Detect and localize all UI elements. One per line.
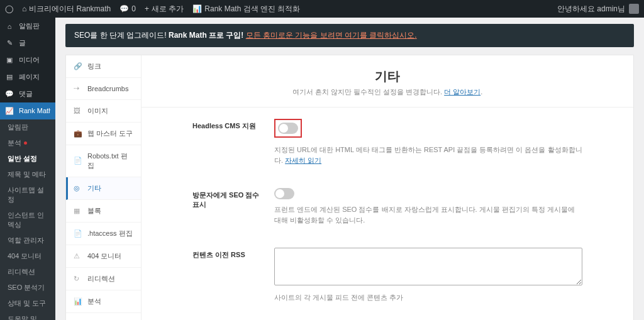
chart-icon: 📈	[5, 107, 14, 116]
site-link[interactable]: ⌂비크리에이터 Rankmath	[22, 4, 111, 14]
submenu-label: 분석	[8, 138, 21, 148]
tab-links[interactable]: 🔗링크	[66, 55, 141, 78]
topbar-right: 안녕하세요 admin님	[557, 4, 639, 14]
rankmath-topbar[interactable]: 📊Rank Math 검색 엔진 최적화	[192, 4, 300, 14]
sidebar-item-label: 알림판	[19, 21, 40, 31]
tab-analytics[interactable]: 📊분석	[66, 290, 141, 313]
sidebar-item-dashboard[interactable]: ⌂알림판	[0, 18, 55, 35]
tab-label: 블록	[87, 206, 101, 216]
sidebar-item-label: 댓글	[19, 89, 33, 99]
layout: ⌂알림판 ✎글 ▣미디어 ▤페이지 💬댓글 📈Rank Math 검색 엔진 최…	[0, 18, 644, 320]
other-icon: ◎	[74, 184, 82, 193]
field-label: 컨텐츠 이전 RSS	[192, 248, 262, 303]
notice-link[interactable]: 모든 흥미로운 기능을 보려면 여기를 클릭하십시오.	[246, 31, 417, 40]
warning-icon: ⚠	[74, 252, 82, 261]
block-icon: ▦	[74, 207, 82, 216]
sidebar-item-label: 글	[19, 38, 26, 48]
tab-label: 분석	[87, 297, 101, 306]
settings-header: 기타 여기서 흔치 않지만 필수적인 설정을 변경합니다. 더 알아보기.	[142, 55, 633, 108]
tab-redirections[interactable]: ↻리디렉션	[66, 268, 141, 290]
toggle-highlight	[274, 119, 302, 138]
tab-404[interactable]: ⚠404 모니터	[66, 245, 141, 268]
wp-logo[interactable]: ◯	[5, 4, 13, 13]
tab-label: 링크	[87, 62, 101, 71]
field-content: 사이트의 각 게시물 피드 전에 콘텐츠 추가	[274, 248, 582, 303]
sidebar-item-media[interactable]: ▣미디어	[0, 52, 55, 69]
tab-label: 404 모니터	[87, 251, 121, 261]
headless-cms-toggle[interactable]	[278, 123, 298, 134]
tab-htaccess[interactable]: 📄.htaccess 편집	[66, 223, 141, 245]
tab-webmaster[interactable]: 💼웹 마스터 도구	[66, 123, 141, 145]
tab-breadcrumbs[interactable]: ⇢Breadcrumbs	[66, 78, 141, 100]
settings-tabs: 🔗링크 ⇢Breadcrumbs 🖼이미지 💼웹 마스터 도구 📄Robots.…	[66, 55, 142, 320]
avatar-icon[interactable]	[629, 4, 639, 14]
rankmath-submenu: 알림판 분석 일반 설정 제목 및 메타 사이트맵 설정 인스턴트 인덱싱 역할…	[0, 119, 55, 320]
submenu-404-monitor[interactable]: 404 모니터	[0, 248, 55, 264]
content-area: SEO를 한 단계 업그레이드! Rank Math 프로 구입! 모든 흥미로…	[55, 18, 644, 320]
plus-icon: +	[145, 4, 149, 13]
comments-count: 0	[131, 4, 136, 13]
submenu-dashboard[interactable]: 알림판	[0, 119, 55, 135]
site-name: 비크리에이터 Rankmath	[29, 4, 111, 14]
new-content[interactable]: +새로 추가	[145, 4, 184, 14]
comment-icon: 💬	[5, 90, 14, 99]
sidebar-item-label: Rank Math 검색 엔진 최적화	[19, 106, 50, 116]
home-icon: ⌂	[22, 4, 26, 13]
submenu-seo-analyzer[interactable]: SEO 분석기	[0, 280, 55, 295]
tab-label: Breadcrumbs	[87, 85, 128, 92]
submenu-role-manager[interactable]: 역할 관리자	[0, 233, 55, 248]
field-rss-before: 컨텐츠 이전 RSS 사이트의 각 게시물 피드 전에 콘텐츠 추가	[192, 236, 582, 314]
learn-more-link[interactable]: 더 알아보기	[444, 88, 480, 96]
submenu-redirections[interactable]: 리디렉션	[0, 264, 55, 280]
page-subtitle: 여기서 흔치 않지만 필수적인 설정을 변경합니다. 더 알아보기.	[142, 87, 633, 97]
seo-score-toggle[interactable]	[274, 188, 294, 199]
file-icon: 📄	[74, 229, 82, 238]
submenu-status-tools[interactable]: 상태 및 도구	[0, 295, 55, 311]
chart-icon: 📊	[192, 4, 202, 13]
subtitle-text: 여기서 흔치 않지만 필수적인 설정을 변경합니다.	[292, 88, 444, 96]
wordpress-icon: ◯	[5, 4, 13, 13]
field-label: 방문자에게 SEO 점수 표시	[192, 188, 262, 225]
help-text: 프런트 엔드에 계산된 SEO 점수를 배지로 자랑스럽게 표시합니다. 게시물…	[274, 204, 582, 225]
submenu-titles[interactable]: 제목 및 메타	[0, 167, 55, 182]
notice-strong: Rank Math 프로 구입!	[169, 31, 246, 40]
new-label: 새로 추가	[152, 4, 184, 14]
analytics-icon: 📊	[74, 297, 82, 306]
upgrade-notice: SEO를 한 단계 업그레이드! Rank Math 프로 구입! 모든 흥미로…	[65, 24, 634, 47]
media-icon: ▣	[5, 56, 14, 65]
rss-before-textarea[interactable]	[274, 248, 582, 285]
page-icon: ▤	[5, 73, 14, 82]
submenu-sitemap[interactable]: 사이트맵 설정	[0, 182, 55, 207]
sidebar-item-comments[interactable]: 💬댓글	[0, 86, 55, 102]
comments-link[interactable]: 💬0	[119, 4, 136, 13]
submenu-analytics[interactable]: 분석	[0, 135, 55, 151]
field-content: 프런트 엔드에 계산된 SEO 점수를 배지로 자랑스럽게 표시합니다. 게시물…	[274, 188, 582, 225]
sidebar-item-pages[interactable]: ▤페이지	[0, 69, 55, 86]
help-text: 지정된 URL에 대한 HTML 메타 태그를 반환하는 REST API 끝점…	[274, 145, 582, 165]
image-icon: 🖼	[74, 107, 82, 116]
submenu-instant-indexing[interactable]: 인스턴트 인덱싱	[0, 207, 55, 233]
tab-other[interactable]: ◎기타	[66, 177, 141, 200]
link-icon: 🔗	[74, 62, 82, 71]
comment-icon: 💬	[119, 4, 129, 13]
file-icon: 📄	[74, 157, 82, 165]
tab-label: 기타	[87, 184, 101, 193]
field-content: 지정된 URL에 대한 HTML 메타 태그를 반환하는 REST API 끝점…	[274, 119, 582, 165]
tab-robots[interactable]: 📄Robots.txt 편집	[66, 145, 141, 177]
tab-blocks[interactable]: ▦블록	[66, 200, 141, 223]
tab-label: 이미지	[87, 106, 108, 116]
submenu-general-settings[interactable]: 일반 설정	[0, 151, 55, 167]
settings-inner: Headless CMS 지원 지정된 URL에 대한 HTML 메타 태그를 …	[167, 108, 608, 320]
tab-images[interactable]: 🖼이미지	[66, 100, 141, 123]
sidebar-item-posts[interactable]: ✎글	[0, 35, 55, 52]
field-headless-cms: Headless CMS 지원 지정된 URL에 대한 HTML 메타 태그를 …	[192, 108, 582, 177]
topbar-left: ◯ ⌂비크리에이터 Rankmath 💬0 +새로 추가 📊Rank Math …	[5, 4, 300, 14]
submenu-help[interactable]: 도움말 및 지원	[0, 311, 55, 320]
sidebar-item-label: 미디어	[19, 55, 40, 65]
sidebar-item-rankmath[interactable]: 📈Rank Math 검색 엔진 최적화	[0, 102, 55, 119]
read-more-link[interactable]: 자세히 읽기	[285, 157, 321, 164]
greeting[interactable]: 안녕하세요 admin님	[557, 4, 625, 14]
field-seo-score: 방문자에게 SEO 점수 표시 프런트 엔드에 계산된 SEO 점수를 배지로 …	[192, 177, 582, 236]
briefcase-icon: 💼	[74, 130, 82, 138]
redirect-icon: ↻	[74, 275, 82, 284]
